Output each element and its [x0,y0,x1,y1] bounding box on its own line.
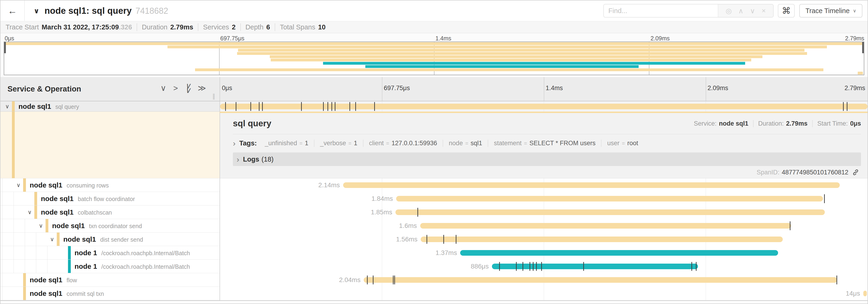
span-tree-cell[interactable]: node 1/cockroach.roachpb.Internal/Batch [0,246,220,260]
log-marker [236,102,237,111]
log-marker [523,262,523,271]
span-duration-label: 14μs [846,290,860,297]
span-name: node sql1dist sender send [63,235,143,243]
span-row: node sql1batch flow coordinator1.84ms [0,192,868,205]
summary-value: 6 [266,23,270,31]
span-row: node 1/cockroach.roachpb.Internal/Batch8… [0,260,868,273]
span-tree-cell[interactable]: node 1/cockroach.roachpb.Internal/Batch [0,260,220,273]
tag-equals: = [386,140,389,147]
log-marker [259,102,259,111]
span-bar[interactable] [420,223,791,229]
span-bar-cell [220,101,868,112]
collapse-one-icon[interactable]: ∨ [160,84,166,92]
minimap-scrubber-left[interactable] [4,42,6,53]
tree-chevron-icon[interactable]: ∨ [14,182,23,189]
span-name: node 1/cockroach.roachpb.Internal/Batch [74,263,190,270]
summary-label: Duration [142,23,167,31]
span-bar[interactable] [863,291,867,296]
summary-label: Services [203,23,229,31]
expand-all-icon[interactable]: ≫ [197,84,206,92]
span-row: ∨node sql1consuming rows2.14ms [0,178,868,192]
collapse-trace-icon[interactable]: ∨ [34,7,39,15]
logs-row[interactable]: › Logs (18) [233,153,861,166]
link-icon[interactable] [852,169,859,176]
detail-divider [233,134,861,134]
span-bar[interactable] [364,277,837,283]
span-name: node sql1batch flow coordinator [41,195,135,203]
span-color-accent [68,260,71,273]
span-tree-cell[interactable]: ∨node sql1dist sender send [0,233,220,246]
span-tree-cell[interactable]: node sql1flow [0,273,220,287]
log-marker [367,275,368,284]
locate-icon[interactable]: ◎ [722,7,735,15]
span-row: node 1/cockroach.roachpb.Internal/Batch1… [0,246,868,260]
span-tree-cell[interactable]: ∨node sql1sql query [0,101,220,112]
minimap-canvas[interactable] [4,41,864,75]
span-bar[interactable] [460,250,778,256]
span-tree-cell[interactable]: node sql1commit sql txn [0,287,220,300]
span-bar[interactable] [421,237,783,242]
tree-chevron-icon[interactable]: ∨ [37,223,45,229]
span-operation-name: txn coordinator send [89,223,142,229]
keyboard-shortcuts-button[interactable]: ⌘ [778,4,795,18]
span-name: node sql1commit sql txn [30,290,104,298]
span-bar-cell: 14μs [220,287,868,300]
trace-summary-item: Duration2.79ms [137,23,193,31]
find-input[interactable] [604,4,718,17]
minimap-span-row [4,68,864,71]
minimap-scrubber-right[interactable] [862,42,864,53]
log-marker [332,102,332,111]
find-next-icon[interactable]: ∨ [747,7,758,15]
tree-chevron-icon[interactable]: ∨ [26,209,34,215]
find-prev-icon[interactable]: ∧ [735,7,747,15]
span-bar-cell: 1.84ms [220,192,868,205]
trace-summary-item: Total Spans10 [275,23,326,31]
span-tree-cell[interactable]: node sql1batch flow coordinator [0,192,220,205]
tag-item: _unfinished=1 [259,140,314,147]
span-tree-cell[interactable]: ∨node sql1colbatchscan [0,205,220,219]
tags-row[interactable]: › Tags: _unfinished=1_verbose=1client=12… [233,137,861,149]
tree-chevron-icon[interactable]: ∨ [3,103,11,110]
summary-label: Total Spans [280,23,315,31]
tag-key: _verbose [320,140,346,147]
span-bar[interactable] [396,209,825,215]
span-service-name: node 1 [74,249,97,257]
tag-item: client=127.0.0.1:59936 [363,140,443,147]
span-bar-cell: 1.56ms [220,233,868,246]
log-marker [533,262,533,271]
trace-view-label: Trace Timeline [805,7,849,15]
logs-expand-icon[interactable]: › [237,155,239,163]
tree-indent-guide [13,205,14,219]
tags-expand-icon[interactable]: › [233,139,236,147]
tree-indent-guide [2,246,3,260]
span-name: node 1/cockroach.roachpb.Internal/Batch [74,249,190,257]
collapse-all-icon[interactable]: ∨∨ [185,83,191,92]
span-name: node sql1consuming rows [30,181,109,189]
span-row: node sql1commit sql txn14μs [0,287,868,300]
ruler-tick-label: 1.4ms [546,85,563,92]
back-button[interactable]: ← [0,0,25,21]
span-bar[interactable] [396,196,823,202]
span-tree-cell[interactable]: ∨node sql1consuming rows [0,178,220,192]
tree-indent-guide [25,246,25,260]
span-id-value: 4877749850101760812 [782,169,848,176]
tag-value: 1 [354,140,358,147]
tree-indent-guide [25,233,25,246]
log-marker [541,262,542,271]
duration-value: 2.79ms [786,120,807,127]
timeline-table-header: Service & Operation ∨ > ∨∨ ≫ ∥ 0μs697.75… [0,77,868,101]
span-bar[interactable] [220,104,868,109]
find-clear-icon[interactable]: × [758,7,769,15]
tree-indent-guide [25,219,25,232]
tree-indent-guide [25,260,25,273]
log-marker [374,102,375,111]
tree-chevron-icon[interactable]: ∨ [48,236,56,243]
span-bar[interactable] [343,182,840,188]
tag-key: _unfinished [265,140,297,147]
trace-view-dropdown[interactable]: Trace Timeline ∨ [799,4,862,18]
column-resize-grip[interactable]: ∥ [212,93,216,100]
tag-equals: = [348,140,351,147]
span-tree-cell[interactable]: ∨node sql1txn coordinator send [0,219,220,233]
minimap-span-bar [271,59,751,61]
expand-one-icon[interactable]: > [173,84,178,92]
